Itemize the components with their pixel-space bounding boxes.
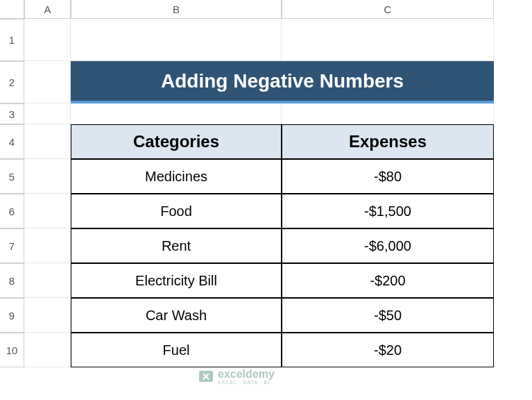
row-header-5[interactable]: 5 bbox=[0, 159, 24, 194]
col-header-c[interactable]: C bbox=[282, 0, 494, 19]
table-row[interactable]: -$200 bbox=[282, 263, 494, 298]
cell-a5[interactable] bbox=[24, 159, 71, 194]
cell-a10[interactable] bbox=[24, 333, 71, 367]
cell-c3[interactable] bbox=[282, 103, 494, 124]
table-row[interactable]: Fuel bbox=[71, 333, 282, 367]
table-row[interactable]: Car Wash bbox=[71, 298, 282, 333]
table-row[interactable]: Medicines bbox=[71, 159, 282, 194]
row-header-3[interactable]: 3 bbox=[0, 103, 24, 124]
row-header-6[interactable]: 6 bbox=[0, 194, 24, 228]
row-header-8[interactable]: 8 bbox=[0, 263, 24, 298]
table-row[interactable]: Electricity Bill bbox=[71, 263, 282, 298]
row-header-9[interactable]: 9 bbox=[0, 298, 24, 333]
row-header-10[interactable]: 10 bbox=[0, 333, 24, 367]
page-title[interactable]: Adding Negative Numbers bbox=[71, 61, 494, 103]
col-header-b[interactable]: B bbox=[71, 0, 282, 19]
table-row[interactable]: -$50 bbox=[282, 298, 494, 333]
cell-a7[interactable] bbox=[24, 228, 71, 263]
cell-a1[interactable] bbox=[24, 19, 71, 61]
watermark-name: exceldemy bbox=[218, 369, 275, 380]
cell-a8[interactable] bbox=[24, 263, 71, 298]
table-row[interactable]: -$6,000 bbox=[282, 228, 494, 263]
row-header-1[interactable]: 1 bbox=[0, 19, 24, 61]
cell-a4[interactable] bbox=[24, 124, 71, 159]
table-row[interactable]: -$1,500 bbox=[282, 194, 494, 228]
col-header-a[interactable]: A bbox=[24, 0, 71, 19]
row-header-4[interactable]: 4 bbox=[0, 124, 24, 159]
table-row[interactable]: -$20 bbox=[282, 333, 494, 367]
watermark-tagline: EXCEL · DATA · BI bbox=[218, 380, 275, 385]
watermark: exceldemy EXCEL · DATA · BI bbox=[198, 368, 275, 385]
select-all-corner[interactable] bbox=[0, 0, 24, 19]
cell-b3[interactable] bbox=[71, 103, 282, 124]
row-header-7[interactable]: 7 bbox=[0, 228, 24, 263]
row-header-2[interactable]: 2 bbox=[0, 61, 24, 103]
spreadsheet-grid[interactable]: A B C 1 2 Adding Negative Numbers 3 4 Ca… bbox=[0, 0, 532, 367]
cell-a9[interactable] bbox=[24, 298, 71, 333]
header-categories[interactable]: Categories bbox=[71, 124, 282, 159]
cell-c1[interactable] bbox=[282, 19, 494, 61]
cell-a2[interactable] bbox=[24, 61, 71, 103]
cell-a3[interactable] bbox=[24, 103, 71, 124]
cell-a6[interactable] bbox=[24, 194, 71, 228]
excel-icon bbox=[198, 368, 214, 385]
table-row[interactable]: -$80 bbox=[282, 159, 494, 194]
header-expenses[interactable]: Expenses bbox=[282, 124, 494, 159]
svg-rect-0 bbox=[199, 371, 213, 382]
table-row[interactable]: Rent bbox=[71, 228, 282, 263]
cell-b1[interactable] bbox=[71, 19, 282, 61]
table-row[interactable]: Food bbox=[71, 194, 282, 228]
